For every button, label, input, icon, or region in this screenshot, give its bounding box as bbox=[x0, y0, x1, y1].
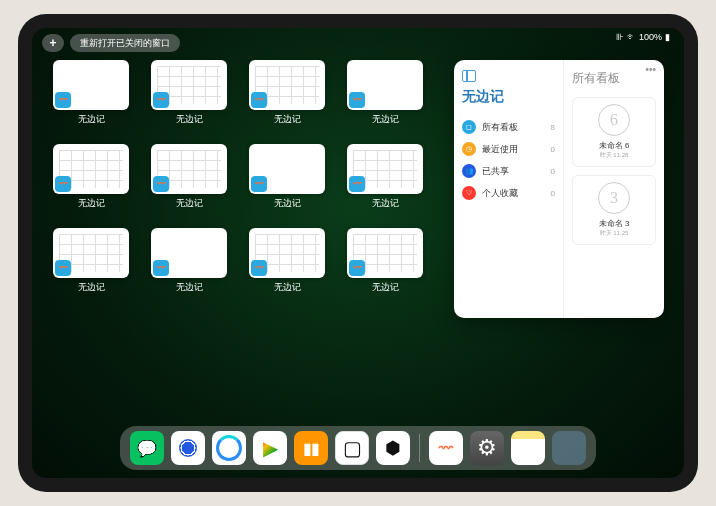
qqbrowser-app-icon[interactable] bbox=[212, 431, 246, 465]
window-thumbnail[interactable]: 无边记 bbox=[52, 228, 130, 300]
freeform-app-icon bbox=[251, 92, 267, 108]
sidebar-item[interactable]: ◷ 最近使用 0 bbox=[462, 138, 555, 160]
notes-app-icon[interactable] bbox=[511, 431, 545, 465]
freeform-app-icon bbox=[153, 176, 169, 192]
more-icon[interactable]: ••• bbox=[645, 64, 656, 75]
thumbnail-preview bbox=[347, 228, 423, 278]
panel-boards: 所有看板 6 未命名 6 昨天 11:28 3 未命名 3 昨天 11:25 bbox=[564, 60, 664, 318]
signal-icon: ⊪ bbox=[616, 32, 624, 42]
freeform-app-icon bbox=[55, 176, 71, 192]
category-icon: ♡ bbox=[462, 186, 476, 200]
freeform-app-icon bbox=[55, 92, 71, 108]
window-thumbnail[interactable]: 无边记 bbox=[150, 228, 228, 300]
window-thumbnail[interactable]: 无边记 bbox=[346, 144, 424, 216]
freeform-app-icon[interactable] bbox=[429, 431, 463, 465]
window-thumbnail[interactable]: 无边记 bbox=[150, 144, 228, 216]
window-thumbnail[interactable]: 无边记 bbox=[346, 60, 424, 132]
content-area: 无边记 无边记 无边记 无边记 无边记 无边记 无边记 无边记 bbox=[52, 60, 664, 422]
board-name: 未命名 6 bbox=[579, 140, 649, 151]
panel-sidebar: 无边记 ◻ 所有看板 8 ◷ 最近使用 0 👥 已共享 0 ♡ 个人收藏 0 bbox=[454, 60, 564, 318]
thumbnail-preview bbox=[249, 144, 325, 194]
board-card[interactable]: 3 未命名 3 昨天 11:25 bbox=[572, 175, 656, 245]
thumbnail-label: 无边记 bbox=[78, 197, 105, 210]
reopen-closed-window-button[interactable]: 重新打开已关闭的窗口 bbox=[70, 34, 180, 52]
thumbnail-label: 无边记 bbox=[176, 281, 203, 294]
thumbnail-label: 无边记 bbox=[274, 281, 301, 294]
status-bar: ⊪ ᯤ 100% ▮ bbox=[616, 32, 670, 42]
category-count: 0 bbox=[551, 167, 555, 176]
freeform-app-icon bbox=[55, 260, 71, 276]
boards-title: 所有看板 bbox=[572, 70, 656, 87]
wechat-app-icon[interactable] bbox=[130, 431, 164, 465]
thumbnail-label: 无边记 bbox=[176, 113, 203, 126]
settings-app-icon[interactable] bbox=[470, 431, 504, 465]
dice-app-icon[interactable] bbox=[335, 431, 369, 465]
category-label: 最近使用 bbox=[482, 143, 551, 156]
thumbnail-preview bbox=[53, 60, 129, 110]
dock bbox=[120, 426, 596, 470]
battery-text: 100% bbox=[639, 32, 662, 42]
window-thumbnail[interactable]: 无边记 bbox=[52, 60, 130, 132]
dock-separator bbox=[419, 434, 420, 462]
window-thumbnail[interactable]: 无边记 bbox=[248, 228, 326, 300]
new-window-button[interactable]: + bbox=[42, 34, 64, 52]
topbar: + 重新打开已关闭的窗口 bbox=[42, 34, 180, 52]
freeform-app-icon bbox=[349, 176, 365, 192]
wifi-icon: ᯤ bbox=[627, 32, 636, 42]
window-grid: 无边记 无边记 无边记 无边记 无边记 无边记 无边记 无边记 bbox=[52, 60, 440, 422]
play-app-icon[interactable] bbox=[253, 431, 287, 465]
window-thumbnail[interactable]: 无边记 bbox=[150, 60, 228, 132]
board-preview: 6 bbox=[598, 104, 630, 136]
screen: ⊪ ᯤ 100% ▮ + 重新打开已关闭的窗口 无边记 无边记 无边记 无边记 bbox=[32, 28, 684, 478]
thumbnail-preview bbox=[347, 60, 423, 110]
thumbnail-label: 无边记 bbox=[372, 281, 399, 294]
thumbnail-preview bbox=[151, 60, 227, 110]
thumbnail-preview bbox=[53, 228, 129, 278]
category-label: 已共享 bbox=[482, 165, 551, 178]
sidebar-item[interactable]: 👥 已共享 0 bbox=[462, 160, 555, 182]
window-thumbnail[interactable]: 无边记 bbox=[52, 144, 130, 216]
ipad-frame: ⊪ ᯤ 100% ▮ + 重新打开已关闭的窗口 无边记 无边记 无边记 无边记 bbox=[18, 14, 698, 492]
sidebar-item[interactable]: ♡ 个人收藏 0 bbox=[462, 182, 555, 204]
board-subtitle: 昨天 11:28 bbox=[579, 151, 649, 160]
window-thumbnail[interactable]: 无边记 bbox=[346, 228, 424, 300]
folder-app-icon[interactable] bbox=[552, 431, 586, 465]
thumbnail-preview bbox=[151, 144, 227, 194]
freeform-app-icon bbox=[349, 260, 365, 276]
category-count: 0 bbox=[551, 189, 555, 198]
thumbnail-preview bbox=[249, 60, 325, 110]
category-label: 个人收藏 bbox=[482, 187, 551, 200]
thumbnail-label: 无边记 bbox=[78, 113, 105, 126]
panel-title: 无边记 bbox=[462, 88, 555, 106]
board-preview: 3 bbox=[598, 182, 630, 214]
freeform-app-icon bbox=[153, 92, 169, 108]
board-subtitle: 昨天 11:25 bbox=[579, 229, 649, 238]
category-count: 8 bbox=[551, 123, 555, 132]
board-name: 未命名 3 bbox=[579, 218, 649, 229]
battery-icon: ▮ bbox=[665, 32, 670, 42]
board-card[interactable]: 6 未命名 6 昨天 11:28 bbox=[572, 97, 656, 167]
sidebar-item[interactable]: ◻ 所有看板 8 bbox=[462, 116, 555, 138]
thumbnail-label: 无边记 bbox=[372, 113, 399, 126]
books-app-icon[interactable] bbox=[294, 431, 328, 465]
thumbnail-label: 无边记 bbox=[274, 197, 301, 210]
thumbnail-label: 无边记 bbox=[176, 197, 203, 210]
category-label: 所有看板 bbox=[482, 121, 551, 134]
thumbnail-label: 无边记 bbox=[372, 197, 399, 210]
window-thumbnail[interactable]: 无边记 bbox=[248, 60, 326, 132]
thumbnail-preview bbox=[347, 144, 423, 194]
sidebar-toggle-icon[interactable] bbox=[462, 70, 476, 82]
obs-app-icon[interactable] bbox=[376, 431, 410, 465]
thumbnail-preview bbox=[249, 228, 325, 278]
thumbnail-preview bbox=[151, 228, 227, 278]
category-icon: ◻ bbox=[462, 120, 476, 134]
category-count: 0 bbox=[551, 145, 555, 154]
freeform-app-icon bbox=[251, 260, 267, 276]
category-icon: ◷ bbox=[462, 142, 476, 156]
quark-app-icon[interactable] bbox=[171, 431, 205, 465]
freeform-panel[interactable]: ••• 无边记 ◻ 所有看板 8 ◷ 最近使用 0 👥 已共享 0 ♡ 个人收藏… bbox=[454, 60, 664, 318]
freeform-app-icon bbox=[251, 176, 267, 192]
freeform-app-icon bbox=[153, 260, 169, 276]
thumbnail-label: 无边记 bbox=[274, 113, 301, 126]
window-thumbnail[interactable]: 无边记 bbox=[248, 144, 326, 216]
